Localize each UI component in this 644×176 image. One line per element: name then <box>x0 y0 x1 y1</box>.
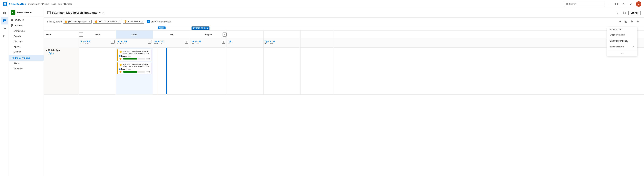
crown-icon-1: 👑 <box>119 50 122 53</box>
add-sprint-149[interactable]: + <box>148 40 152 44</box>
nav-item-plans[interactable]: Plans <box>9 61 44 66</box>
svg-point-1 <box>566 3 568 4</box>
remove-filter-feature[interactable]: ✕ <box>142 20 143 23</box>
nav-item-sprints[interactable]: Sprints <box>9 44 44 49</box>
filter-tag-feature[interactable]: 🏆 Feature title 3 ✕ <box>122 20 144 24</box>
work-item-card-2[interactable]: 👑 Epic title: Lorem ipsum dolor sit amet… <box>118 62 152 74</box>
filter-tag-epic1[interactable]: 👑 [FY22 Q1] Epic title 1 ✕ <box>63 20 92 24</box>
sidebar-item-overview[interactable] <box>1 10 8 17</box>
team-sub-label[interactable]: Epics <box>46 52 77 54</box>
progress-pct-1: 65% <box>146 58 150 60</box>
nav-item-work-items[interactable]: Work items <box>9 28 44 34</box>
progress-pct-2: 65% <box>146 71 150 73</box>
work-item-card-1[interactable]: 👑 Epic title: Lorem ipsum dolor sit amet… <box>118 49 152 61</box>
svg-point-9 <box>631 3 632 4</box>
context-expand-card[interactable]: Expand card <box>607 27 637 32</box>
context-show-children[interactable]: Show children ☞ <box>607 44 637 50</box>
zoom-in-button[interactable] <box>629 19 634 24</box>
app-logo[interactable]: Azure DevOps <box>3 2 26 6</box>
page-title: Fabrikam Mobile/Web Roadmap <box>52 11 98 14</box>
svg-rect-5 <box>608 5 610 5</box>
nav-item-personas[interactable]: Personas <box>9 66 44 71</box>
svg-point-18 <box>5 28 6 29</box>
top-nav-right: U <box>564 1 641 7</box>
timeline-area: today FY 2023 Q1 Start Team ‹ May June <box>44 26 644 176</box>
hierarchy-checkbox[interactable]: ✓ <box>147 20 150 23</box>
sidebar-item-repos[interactable] <box>1 32 8 40</box>
show-hierarchy-toggle[interactable]: ✓ Show hierarchy view <box>147 20 171 23</box>
search-icon <box>566 3 568 5</box>
help-button[interactable] <box>621 1 626 7</box>
sprint-152-col <box>227 48 264 94</box>
home-icon <box>11 18 14 21</box>
user-avatar[interactable]: U <box>636 1 641 7</box>
next-month-arrow[interactable]: › <box>222 32 226 36</box>
june-header: June <box>116 30 153 38</box>
email-button[interactable] <box>623 19 628 24</box>
nav-item-delivery-plans[interactable]: Delivery plans <box>9 55 44 61</box>
sidebar-item-pipelines[interactable] <box>1 25 8 32</box>
team-row: ▾ Mobile App Epics 👑 Epic title: Lorem i… <box>44 48 644 94</box>
svg-rect-11 <box>4 12 6 13</box>
svg-rect-15 <box>4 20 5 21</box>
filter-tag-epic2[interactable]: 👑 [FY22 Q1] Epic title 2 ✕ <box>93 20 121 24</box>
project-avatar: C <box>11 10 16 15</box>
share-button[interactable] <box>617 19 622 24</box>
app-name: Azure DevOps <box>9 2 26 5</box>
filter-bar: Filter by parent 👑 [FY22 Q1] Epic title … <box>44 18 644 26</box>
prev-month-arrow[interactable]: ‹ <box>79 32 83 36</box>
list-view-button[interactable] <box>606 1 612 7</box>
page-header: Fabrikam Mobile/Web Roadmap ▾ ☆ Settings <box>44 8 644 18</box>
nav-item-backlogs[interactable]: Backlogs <box>9 39 44 44</box>
notifications-button[interactable] <box>614 1 619 7</box>
nav-item-boards[interactable]: Boards <box>9 34 44 39</box>
azure-devops-logo <box>3 2 8 6</box>
page-title-dropdown[interactable]: ▾ <box>99 12 100 14</box>
sidebar-item-boards[interactable] <box>1 17 8 24</box>
nav-item-queries[interactable]: Queries <box>9 49 44 54</box>
team-name: Mobile App <box>48 49 60 52</box>
project-header: C Project name <box>9 8 44 17</box>
svg-rect-14 <box>3 20 4 22</box>
sidebar <box>0 8 9 176</box>
svg-rect-13 <box>4 13 6 14</box>
progress-fill-2 <box>123 71 137 72</box>
add-sprint-148[interactable]: + <box>111 40 114 44</box>
zoom-out-button[interactable] <box>635 19 641 24</box>
progress-fill-1 <box>123 58 137 60</box>
august-header: August › <box>190 30 227 38</box>
favorite-star-icon[interactable]: ☆ <box>102 12 105 14</box>
progress-bar-2 <box>123 71 145 72</box>
delivery-plans-icon <box>11 56 14 59</box>
nav-section: Overview Boards Work items Boards Backlo… <box>9 17 44 71</box>
main-layout: C Project name Overview Boards Work item… <box>0 8 644 176</box>
sprint-149-col: 👑 Epic title: Lorem ipsum dolor sit amet… <box>116 48 153 94</box>
settings-button[interactable]: Settings <box>628 11 641 15</box>
profile-button[interactable] <box>628 1 634 7</box>
add-sprint-151[interactable]: + <box>222 40 225 44</box>
svg-rect-4 <box>608 4 610 4</box>
breadcrumb: Organization / Project / Page / Item / N… <box>28 3 72 5</box>
badge-area: today FY 2023 Q1 Start <box>44 26 644 30</box>
trophy-icon-2: 🏆 <box>119 71 122 73</box>
july-header: July <box>153 30 190 38</box>
context-more-options[interactable]: ••• <box>607 50 637 56</box>
context-divider <box>607 38 637 38</box>
expand-button[interactable] <box>622 10 627 16</box>
context-open-work-item[interactable]: Open work item <box>607 32 637 38</box>
filter-button[interactable] <box>615 10 620 16</box>
add-sprint-150[interactable]: + <box>185 40 188 44</box>
nav-item-overview[interactable]: Overview <box>9 17 44 23</box>
timeline-body: Sprint 148 5/2 - 5/20 + Sprint 149 5/23 … <box>44 39 644 176</box>
crown-icon-2: 👑 <box>119 63 122 66</box>
search-input[interactable] <box>569 3 602 5</box>
svg-rect-26 <box>48 12 50 14</box>
nav-group-boards[interactable]: Boards <box>9 23 44 28</box>
collapse-team-icon[interactable]: ▾ <box>46 49 47 52</box>
remove-filter-epic2[interactable]: ✕ <box>118 20 120 23</box>
sprint-151-col <box>190 48 227 94</box>
search-box[interactable] <box>564 2 604 6</box>
remove-filter-epic1[interactable]: ✕ <box>88 20 90 23</box>
may-header: ‹ May <box>79 30 116 38</box>
context-show-dependency[interactable]: Show dependency <box>607 38 637 44</box>
